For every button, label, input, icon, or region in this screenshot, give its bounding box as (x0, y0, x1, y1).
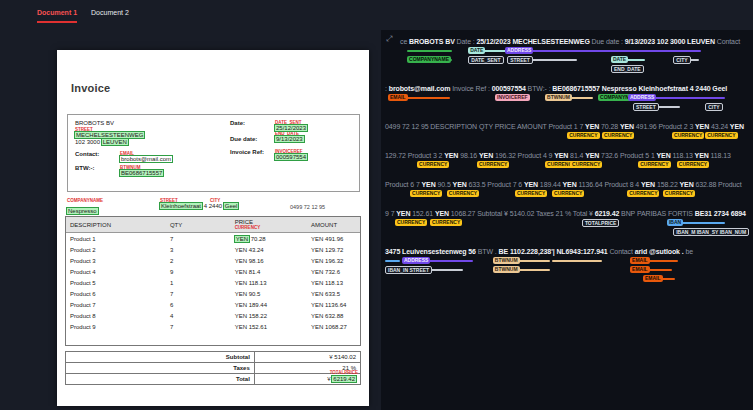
entity-tag-email[interactable]: EMAIL (630, 257, 650, 264)
annotation-span: CURRENCY (627, 190, 647, 199)
entity-tag-btwnum[interactable]: BTWNUM (493, 257, 520, 264)
entity-tag-street[interactable]: STREET (507, 56, 533, 64)
street-rest: 4 2440 (202, 203, 224, 209)
entity-tag-currency[interactable]: CURRENCY (447, 190, 479, 197)
entity-tag-city[interactable]: CITY (705, 103, 722, 111)
entity-tag-totalprice[interactable]: TOTALPRICE (582, 219, 619, 227)
col-price: PRICE CURRENCY (231, 217, 307, 233)
text-token: 158.22 (655, 181, 680, 188)
annotated-line: : brobots@mail.com Invoice Ref : 0005975… (385, 83, 753, 112)
street-value[interactable]: Kleinhoefstraat (160, 203, 202, 209)
entity-tag-email[interactable]: EMAIL (643, 275, 663, 282)
seller-city[interactable]: LEUVEN (102, 139, 128, 145)
entity-tag-invoiceref[interactable]: INVOICEREF (495, 94, 530, 101)
entity-tag-currency[interactable]: CURRENCY (705, 132, 737, 139)
company-annotation-line: COMPANYNAME Nespresso STREET CITY Kleinh… (65, 198, 361, 214)
entity-tag-end-date[interactable]: END_DATE (611, 65, 644, 73)
entity-tag-currency[interactable]: CURRENCY (602, 132, 634, 139)
currency-value: YEN (235, 313, 247, 319)
entity-tag-address[interactable]: ADDRESS (402, 257, 430, 264)
items-table-body: Product 17YEN 70.28YEN 491.96Product 23Y… (66, 233, 360, 333)
companyname-value[interactable]: Nespresso (67, 208, 98, 214)
entity-tag-address[interactable]: ADDRESS (505, 47, 533, 54)
annotation-span: CURRENCY (567, 132, 587, 141)
entity-tag-currency[interactable]: CURRENCY (638, 161, 670, 168)
entity-token: 3475 Leuivensesteenweg 56 (385, 248, 476, 255)
top-bar: Document 1Document 2 (0, 0, 753, 30)
entity-tag-currency[interactable]: CURRENCY (570, 161, 602, 168)
entity-token: arid @sutlook . (635, 248, 684, 255)
annotation-row: CURRENCYCURRENCYCURRENCYCURRENCY (385, 132, 753, 141)
entity-tag-btwnum[interactable]: BTWNUM (545, 94, 572, 101)
entity-tag-currency[interactable]: CURRENCY (672, 132, 704, 139)
invoice-ref-value[interactable]: 000597554 (275, 154, 307, 160)
entity-tag-iban-in-street[interactable]: IBAN_IN STREET (385, 266, 432, 274)
entity-tag-currency[interactable]: CURRENCY (677, 161, 709, 168)
tab-document-2[interactable]: Document 2 (91, 9, 129, 23)
annotation-span: CURRENCY (570, 161, 590, 170)
entity-tag-email[interactable]: EMAIL (388, 94, 408, 101)
taxes-value: 21 % TOTALPRICE (254, 363, 360, 374)
tab-document-1[interactable]: Document 1 (37, 9, 77, 23)
btw-number[interactable]: BE0686715557 (120, 170, 163, 176)
annotation-span: BTWNUM (493, 257, 550, 266)
contact-email[interactable]: brobots@mail.com (120, 156, 172, 162)
entity-tag-currency[interactable]: CURRENCY (663, 190, 695, 197)
entity-tag-currency[interactable]: CURRENCY (627, 190, 659, 197)
text-token: 118.13 (671, 152, 695, 159)
due-date-value[interactable]: 9/13/2023 (275, 136, 304, 142)
annotation-span: EMAIL (388, 94, 450, 103)
annotation-row: EMAILINVOICEREFBTWNUMCOMPANYNAMEADDRESS (385, 94, 753, 103)
annotation-underline (385, 260, 400, 262)
total-amount[interactable]: 6219.42 (332, 376, 356, 382)
entity-tag-date[interactable]: DATE (468, 47, 485, 54)
entity-token: 9/13/2023 (625, 38, 655, 45)
contact-label: Contact: (75, 151, 117, 158)
seller-street[interactable]: MECHELSESTEENWEG (75, 132, 144, 138)
entity-tag-currency[interactable]: CURRENCY (567, 132, 599, 139)
currency-value: YEN (235, 247, 247, 253)
entity-tag-currency[interactable]: CURRENCY (515, 190, 547, 197)
entity-tag-iban[interactable]: IBAN (667, 219, 683, 226)
entity-tag-btwnum[interactable]: BTWNUM (493, 266, 520, 273)
annotation-span: BTWNUM (493, 266, 550, 275)
currency-value[interactable]: YEN (235, 236, 249, 242)
entity-tag-currency[interactable]: CURRENCY (417, 161, 449, 168)
text-token: BTW . (476, 248, 499, 255)
subtotal-label: Subtotal (66, 352, 255, 363)
annotation-row: DATEADDRESS (385, 47, 753, 56)
entity-tag-currency[interactable]: CURRENCY (477, 161, 509, 168)
entity-tag-currency[interactable]: CURRENCY (552, 190, 584, 197)
entity-tag-currency[interactable]: CURRENCY (410, 190, 442, 197)
entity-tag-city[interactable]: CITY (673, 56, 690, 64)
seller-block: BROBOTS BV STREET MECHELSESTEENWEG 102 3… (75, 120, 225, 186)
entity-tag-currency[interactable]: CURRENCY (395, 219, 427, 226)
text-token: Date : (455, 38, 477, 45)
annotation-span: CURRENCY (638, 161, 658, 170)
annotated-line: 129.72 Product 3 2 YEN 98.16 YEN 196.32 … (385, 150, 753, 170)
entity-tag-date[interactable]: DATE (611, 56, 628, 63)
entity-token: 102 3000 LEUVEN (655, 38, 715, 45)
entity-tag-address[interactable]: ADDRESS (628, 94, 656, 101)
currency-value: YEN (235, 258, 247, 264)
table-row: Product 97YEN 152.61YEN 1068.27 (66, 321, 360, 332)
city-value[interactable]: Geel (224, 203, 239, 209)
entity-tag-street[interactable]: STREET (633, 103, 659, 111)
entity-tag-date-sent[interactable]: DATE_SENT (468, 56, 503, 64)
entity-token: BE0686715557 (552, 85, 599, 92)
annotation-row: END_DATE (385, 65, 753, 74)
due-date-label: Due date: (230, 136, 272, 143)
annotation-span: ADDRESS (505, 47, 701, 56)
table-row: Product 84YEN 158.22YEN 632.88 (66, 310, 360, 321)
col-amount: AMOUNT (307, 217, 360, 233)
annotation-span: CURRENCY (430, 219, 450, 228)
entity-tag-email[interactable]: EMAIL (630, 266, 650, 273)
entity-tag-currency[interactable]: CURRENCY (430, 219, 462, 226)
annotation-row: CURRENCYCURRENCYCURRENCYCURRENCYCURRENCY… (385, 190, 753, 199)
text-token: 0499 72 12 95 DESCRIPTION QTY PRICE AMOU… (385, 123, 585, 130)
totalprice-tag: TOTALPRICE (330, 369, 358, 376)
text-token: 1068.27 Subtotal ¥ 5140.02 Taxes 21 % To… (449, 210, 595, 217)
entity-tag-iban-m-iban-sy-iban-num[interactable]: IBAN_M IBAN_SY IBAN_NUM (673, 228, 749, 236)
entity-token: YEN (657, 152, 671, 159)
entity-tag-companyname[interactable]: COMPANYNAME (407, 56, 451, 63)
